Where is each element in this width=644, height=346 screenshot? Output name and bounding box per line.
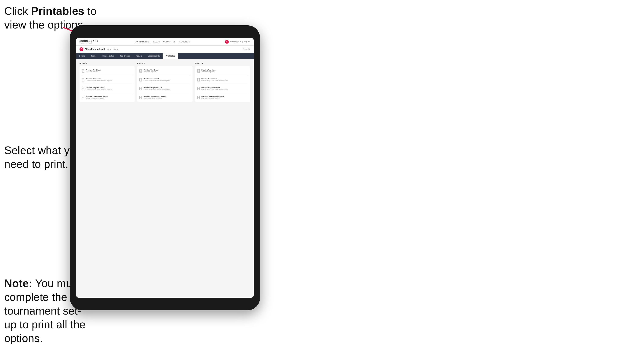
r1-tee-sheet-title: Preview Tee Sheet	[86, 69, 101, 71]
round-1-section: Round 1	[80, 62, 135, 102]
r3-raguzzi-text: Preview Raguzzi Sheet Course setup + Tee…	[202, 87, 228, 90]
r2-tee-sheet-text: Preview Tee Sheet Tee Sheet required	[144, 69, 158, 72]
document-icon-12	[197, 96, 200, 99]
nav-committee[interactable]: COMMITTEE	[163, 41, 176, 43]
brand-sub: Powered by clippd	[80, 42, 98, 44]
document-icon-7	[139, 87, 142, 90]
r2-raguzzi[interactable]: Preview Raguzzi Sheet Course setup + Tee…	[139, 86, 190, 91]
tournament-header: C Clippd Invitational (Men) Hosting Canc…	[76, 46, 254, 53]
divider	[197, 93, 248, 93]
round-1-card: Preview Tee Sheet Tee Sheet required	[80, 66, 135, 102]
r3-raguzzi[interactable]: Preview Raguzzi Sheet Course setup + Tee…	[197, 86, 248, 91]
r2-report-subtitle: Round Completion required	[144, 98, 166, 99]
top-nav: SCOREBOARD Powered by clippd TOURNAMENTS…	[76, 38, 254, 46]
document-icon-10	[197, 78, 200, 81]
r1-scorecard[interactable]: Preview Scorecard Course setup + Tee She…	[82, 77, 132, 82]
r3-report-title: Preview Tournament Report	[202, 96, 224, 98]
r1-report-title: Preview Tournament Report	[86, 96, 108, 98]
document-icon	[82, 69, 84, 73]
r1-tee-sheet[interactable]: Preview Tee Sheet Tee Sheet required	[82, 68, 132, 73]
r1-scorecard-subtitle: Course setup + Tee Sheet data required	[86, 80, 112, 81]
r2-report-title: Preview Tournament Report	[144, 96, 166, 98]
nav-teams[interactable]: TEAMS	[153, 41, 160, 43]
document-icon-9	[197, 69, 200, 73]
r3-tee-sheet-title: Preview Tee Sheet	[202, 69, 216, 71]
r3-tee-sheet-subtitle: Tee Sheet required	[202, 71, 216, 72]
r2-tee-sheet[interactable]: Preview Tee Sheet Tee Sheet required	[139, 68, 190, 73]
r3-tee-sheet[interactable]: Preview Tee Sheet Tee Sheet required	[197, 68, 248, 73]
nav-tournaments[interactable]: TOURNAMENTS	[134, 41, 150, 43]
divider	[197, 75, 248, 75]
round-1-title: Round 1	[80, 62, 135, 64]
r1-tee-sheet-text: Preview Tee Sheet Tee Sheet required	[86, 69, 101, 72]
r3-raguzzi-title: Preview Raguzzi Sheet	[202, 87, 228, 89]
tablet-device: SCOREBOARD Powered by clippd TOURNAMENTS…	[70, 25, 260, 310]
tab-leaderboards[interactable]: Leaderboards	[145, 53, 163, 59]
user-avatar: B	[225, 40, 229, 44]
nav-rankings[interactable]: RANKINGS	[179, 41, 190, 43]
tab-results[interactable]: Results	[133, 53, 145, 59]
round-3-card: Preview Tee Sheet Tee Sheet required	[195, 66, 250, 102]
r2-scorecard[interactable]: Preview Scorecard Course setup + Tee She…	[139, 77, 190, 82]
tab-course-setup[interactable]: Course Setup	[99, 53, 117, 59]
divider	[139, 75, 190, 75]
r3-raguzzi-subtitle: Course setup + Tee Sheet data required	[202, 89, 228, 90]
r1-report-text: Preview Tournament Report Round Completi…	[86, 96, 108, 99]
document-icon-5	[139, 69, 142, 73]
r1-raguzzi[interactable]: Preview Raguzzi Sheet Course setup + Tee…	[82, 86, 132, 91]
document-icon-2	[82, 78, 84, 81]
nav-user: B blair@clippd.io | Sign out	[225, 40, 250, 44]
document-icon-8	[139, 96, 142, 99]
brand: SCOREBOARD Powered by clippd	[80, 40, 98, 44]
note-bold: Note:	[4, 277, 32, 289]
r2-raguzzi-text: Preview Raguzzi Sheet Course setup + Tee…	[144, 87, 170, 90]
r1-raguzzi-subtitle: Course setup + Tee Sheet data required	[86, 89, 112, 90]
tournament-name: Clippd Invitational	[84, 48, 105, 50]
r1-scorecard-text: Preview Scorecard Course setup + Tee She…	[86, 78, 112, 81]
r2-scorecard-title: Preview Scorecard	[144, 78, 170, 80]
tab-printables[interactable]: Printables	[162, 53, 178, 59]
r3-tournament-report[interactable]: Preview Tournament Report Round Completi…	[197, 95, 248, 100]
r2-scorecard-text: Preview Scorecard Course setup + Tee She…	[144, 78, 170, 81]
r3-scorecard[interactable]: Preview Scorecard Course setup + Tee She…	[197, 77, 248, 82]
r2-tournament-report[interactable]: Preview Tournament Report Round Completi…	[139, 95, 190, 100]
round-2-section: Round 2	[137, 62, 192, 102]
document-icon-4	[82, 96, 84, 99]
r1-raguzzi-title: Preview Raguzzi Sheet	[86, 87, 112, 89]
r2-tee-sheet-subtitle: Tee Sheet required	[144, 71, 158, 72]
r2-report-text: Preview Tournament Report Round Completi…	[144, 96, 166, 99]
tab-details[interactable]: Details	[76, 53, 88, 59]
r1-tee-sheet-subtitle: Tee Sheet required	[86, 71, 101, 72]
printables-bold: Printables	[31, 5, 84, 17]
sign-out-link[interactable]: Sign out	[244, 41, 250, 43]
rounds-grid: Round 1	[80, 62, 250, 102]
r2-tee-sheet-title: Preview Tee Sheet	[144, 69, 158, 71]
r1-report-subtitle: Round Completion required	[86, 98, 108, 99]
r3-tee-sheet-text: Preview Tee Sheet Tee Sheet required	[202, 69, 216, 72]
document-icon-3	[82, 87, 84, 90]
tournament-badge: (Men)	[107, 48, 111, 50]
sub-nav: Details Teams Course Setup Tee Groups Re…	[76, 53, 254, 59]
tablet-screen: SCOREBOARD Powered by clippd TOURNAMENTS…	[76, 38, 254, 298]
r2-scorecard-subtitle: Course setup + Tee Sheet data required	[144, 80, 170, 81]
divider	[82, 93, 132, 93]
round-3-section: Round 3	[195, 62, 250, 102]
r1-scorecard-title: Preview Scorecard	[86, 78, 112, 80]
brand-name: SCOREBOARD	[80, 40, 98, 42]
r3-scorecard-text: Preview Scorecard Course setup + Tee She…	[202, 78, 228, 81]
tab-teams[interactable]: Teams	[88, 53, 100, 59]
divider	[82, 75, 132, 75]
r2-raguzzi-subtitle: Course setup + Tee Sheet data required	[144, 89, 170, 90]
round-3-title: Round 3	[195, 62, 250, 64]
round-2-title: Round 2	[137, 62, 192, 64]
r1-tournament-report[interactable]: Preview Tournament Report Round Completi…	[82, 95, 132, 100]
tournament-title: C Clippd Invitational (Men) Hosting	[80, 47, 120, 51]
r3-report-subtitle: Round Completion required	[202, 98, 224, 99]
round-2-card: Preview Tee Sheet Tee Sheet required	[137, 66, 192, 102]
tab-tee-groups[interactable]: Tee Groups	[117, 53, 133, 59]
cancel-button[interactable]: Cancel X	[242, 48, 250, 50]
r3-scorecard-subtitle: Course setup + Tee Sheet data required	[202, 80, 228, 81]
document-icon-11	[197, 87, 200, 90]
r3-scorecard-title: Preview Scorecard	[202, 78, 228, 80]
r2-raguzzi-title: Preview Raguzzi Sheet	[144, 87, 170, 89]
